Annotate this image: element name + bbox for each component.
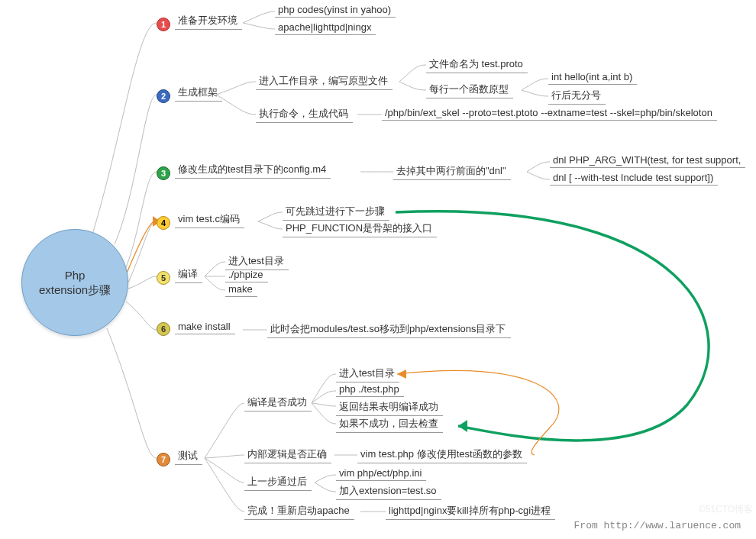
step-4: 4 vim test.c编码 [157, 212, 244, 230]
step-7: 7 测试 [157, 449, 202, 466]
step-1-label: 准备开发环境 [175, 14, 242, 30]
s7-c1-2: 返回结果表明编译成功 [336, 400, 443, 418]
s2-c1-1: 每行一个函数原型 [426, 82, 513, 100]
s7-c1-0: 进入test目录 [336, 366, 399, 384]
badge-7-icon: 7 [157, 453, 170, 466]
s2-c2-0: /php/bin/ext_skel --proto=test.ptoto --e… [382, 107, 717, 122]
s7-c1-3: 如果不成功，回去检查 [336, 417, 443, 434]
s7-c2-0: vim test.php 修改使用test函数的参数 [357, 447, 527, 465]
watermark-text: ©51CTO博客 [699, 503, 753, 516]
s2-c1-0: 文件命名为 test.proto [426, 57, 528, 75]
s1-child-0: php codes(yinst in yahoo) [275, 4, 396, 19]
s5-c1: ./phpize [225, 269, 268, 284]
s4-c1: PHP_FUNCTION是骨架的接入口 [283, 221, 437, 239]
s5-c2: make [225, 283, 257, 299]
s2-c1-1-0: int hello(int a,int b) [548, 71, 637, 86]
s7-c1-1: php ./test.php [336, 383, 404, 399]
s2-c1-1-1: 行后无分号 [548, 89, 606, 106]
s7-c3-0: vim php/ect/php.ini [336, 467, 426, 483]
s7-c4-0: lighttpd|nginx要kill掉所有php-cgi进程 [386, 504, 555, 521]
s7-c4: 完成！重新启动apache [244, 504, 354, 521]
step-6: 6 make install [157, 321, 235, 336]
root-node: Php extension步骤 [21, 229, 128, 336]
badge-4-icon: 4 [157, 216, 170, 230]
step-2: 2 生成框架 [157, 86, 222, 103]
svg-marker-0 [458, 420, 467, 432]
badge-3-icon: 3 [157, 166, 170, 180]
s2-c1: 进入工作目录，编写原型文件 [256, 74, 393, 92]
badge-1-icon: 1 [157, 18, 170, 31]
s7-c3: 上一步通过后 [244, 475, 312, 492]
s2-c2: 执行命令，生成代码 [256, 107, 353, 124]
s6-c0: 此时会把modules/test.so移动到php/extensions目录下 [267, 322, 511, 340]
badge-5-icon: 5 [157, 271, 170, 285]
badge-2-icon: 2 [157, 89, 170, 103]
attribution-text: From http://www.laruence.com [574, 520, 741, 531]
step-1: 1 准备开发环境 [157, 14, 242, 31]
badge-6-icon: 6 [157, 322, 170, 336]
s7-c2: 内部逻辑是否正确 [244, 447, 331, 465]
s3-c0-1: dnl [ --with-test Include test support]) [550, 172, 718, 187]
s1-child-1: apache|lighttpd|ningx [275, 21, 376, 37]
step-3: 3 修改生成的test目录下的config.m4 [157, 163, 331, 180]
s7-c3-1: 加入extension=test.so [336, 484, 441, 502]
s4-c0: 可先跳过进行下一步骤 [283, 205, 389, 222]
step-5: 5 编译 [157, 267, 202, 285]
s7-c1: 编译是否成功 [244, 395, 312, 413]
s3-c0-0: dnl PHP_ARG_WITH(test, for test support, [550, 154, 745, 169]
s3-c0: 去掉其中两行前面的"dnl" [393, 164, 511, 182]
